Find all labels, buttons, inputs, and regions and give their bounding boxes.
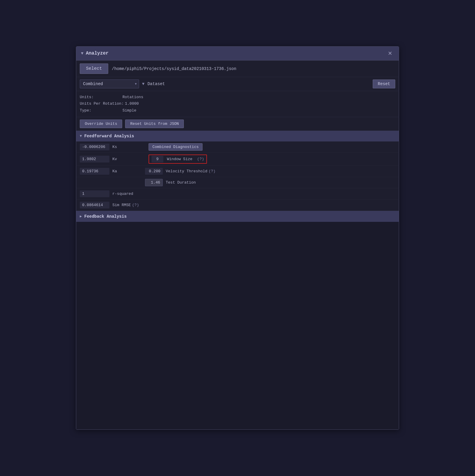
r-squared-value: 1	[80, 190, 109, 197]
window-size-question[interactable]: (?)	[197, 157, 204, 161]
reset-units-button[interactable]: Reset Units from JSON	[125, 120, 184, 128]
ks-label: Ks	[112, 145, 117, 149]
dataset-label: Dataset	[147, 82, 370, 86]
combined-dropdown-wrapper: Combined Forward Backward	[80, 79, 139, 88]
kv-row: 1.9802 Kv 9 Window Size (?)	[76, 153, 399, 166]
window-size-container: 9 Window Size (?)	[149, 155, 207, 164]
velocity-threshold-value[interactable]: 0.200	[145, 168, 163, 175]
type-line: Type: Simple	[80, 107, 395, 114]
ka-right: 0.200 Velocity Threshold (?)	[145, 168, 216, 175]
title-bar: ▼ Analyzer ✕	[76, 47, 399, 61]
r-squared-row: 1 r-squared	[76, 188, 399, 200]
units-value: Rotations	[122, 94, 143, 101]
kv-value: 1.9802	[80, 156, 109, 163]
sim-rmse-question[interactable]: (?)	[132, 203, 139, 207]
feedback-section: ▶ Feedback Analysis	[76, 211, 399, 222]
ks-right: Combined Diagnostics	[145, 143, 203, 151]
upr-value: 1.0000	[125, 101, 139, 107]
override-units-button[interactable]: Override Units	[80, 120, 122, 128]
ka-label: Ka	[112, 169, 117, 173]
kv-label: Kv	[112, 157, 117, 161]
units-label: Units:	[80, 94, 121, 101]
action-buttons-row: Override Units Reset Units from JSON	[76, 117, 399, 131]
upr-line: Units Per Rotation: 1.0000	[80, 101, 395, 107]
reset-button[interactable]: Reset	[373, 79, 395, 88]
window-title: Analyzer	[86, 51, 109, 56]
r-squared-label: r-squared	[112, 192, 133, 196]
kv-right: 9 Window Size (?)	[145, 155, 207, 164]
feedforward-section-header[interactable]: ▼ Feedforward Analysis	[76, 131, 399, 141]
feedback-section-header[interactable]: ▶ Feedback Analysis	[76, 211, 399, 222]
test-duration-right: 1.46 Test Duration	[145, 179, 196, 186]
title-bar-left: ▼ Analyzer	[81, 51, 109, 56]
type-label: Type:	[80, 107, 121, 114]
ks-value: -0.0006206	[80, 144, 109, 150]
upr-label: Units Per Rotation:	[80, 101, 124, 107]
test-duration-value[interactable]: 1.46	[145, 179, 163, 186]
ks-row: -0.0006206 Ks Combined Diagnostics	[76, 141, 399, 153]
analyzer-icon: ▼	[81, 51, 83, 56]
dataset-row: Combined Forward Backward ▼ Dataset Rese…	[76, 77, 399, 91]
file-selection-row: Select /home/piphi5/Projects/sysid_data2…	[76, 61, 399, 77]
velocity-threshold-label: Velocity Threshold	[166, 169, 207, 173]
feedforward-analysis-content: -0.0006206 Ks Combined Diagnostics 1.980…	[76, 141, 399, 211]
velocity-threshold-question[interactable]: (?)	[208, 169, 215, 173]
select-button[interactable]: Select	[80, 63, 108, 74]
units-line: Units: Rotations	[80, 94, 395, 101]
file-path-display: /home/piphi5/Projects/sysid_data20210313…	[112, 66, 395, 71]
type-value: Simple	[122, 107, 136, 114]
window-size-value[interactable]: 9	[152, 156, 163, 163]
info-section: Units: Rotations Units Per Rotation: 1.0…	[76, 91, 399, 117]
empty-area	[76, 222, 399, 429]
funnel-icon: ▼	[142, 82, 144, 86]
feedback-triangle-icon: ▶	[80, 214, 82, 219]
sim-rmse-label: Sim RMSE	[112, 203, 131, 207]
feedforward-triangle-icon: ▼	[80, 134, 82, 138]
kv-left: 1.9802 Kv	[80, 156, 139, 163]
feedforward-section-title: Feedforward Analysis	[84, 134, 134, 138]
sim-rmse-value: 0.0864614	[80, 202, 109, 208]
analyzer-window: ▼ Analyzer ✕ Select /home/piphi5/Project…	[76, 46, 399, 429]
ka-row: 0.19736 Ka 0.200 Velocity Threshold (?)	[76, 166, 399, 177]
test-duration-row: 1.46 Test Duration	[76, 177, 399, 188]
ka-left: 0.19736 Ka	[80, 168, 139, 175]
close-button[interactable]: ✕	[386, 50, 394, 57]
feedback-section-title: Feedback Analysis	[84, 214, 127, 219]
window-size-label: Window Size	[167, 157, 192, 161]
combined-dropdown[interactable]: Combined Forward Backward	[80, 79, 139, 88]
test-duration-label: Test Duration	[166, 180, 196, 185]
sim-rmse-row: 0.0864614 Sim RMSE (?)	[76, 200, 399, 211]
ks-left: -0.0006206 Ks	[80, 144, 139, 150]
combined-diagnostics-button[interactable]: Combined Diagnostics	[149, 143, 203, 151]
ka-value: 0.19736	[80, 168, 109, 175]
